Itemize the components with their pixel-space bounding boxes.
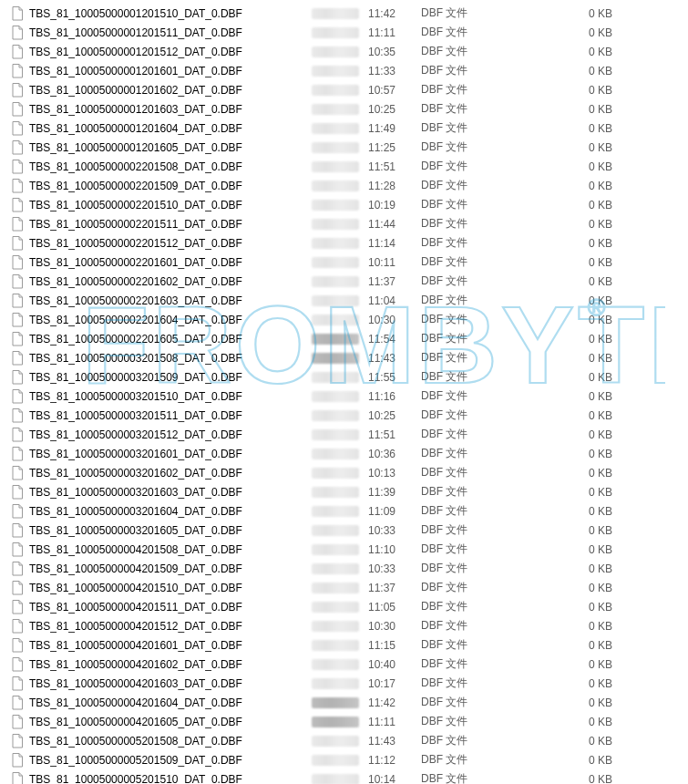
file-size: 0 KB [539, 65, 612, 77]
file-row[interactable]: TBS_81_10005000003201604_DAT_0.DBF11:09D… [0, 501, 688, 521]
file-row[interactable]: TBS_81_10005000003201605_DAT_0.DBF10:33D… [0, 521, 688, 540]
file-name: TBS_81_10005000004201604_DAT_0.DBF [29, 696, 312, 709]
file-size: 0 KB [539, 754, 612, 767]
file-row[interactable]: TBS_81_10005000001201512_DAT_0.DBF10:35D… [0, 42, 688, 61]
blur-placeholder [312, 755, 359, 766]
file-row[interactable]: TBS_81_10005000001201511_DAT_0.DBF11:11D… [0, 23, 688, 42]
file-row[interactable]: TBS_81_10005000002201604_DAT_0.DBF10:30D… [0, 310, 688, 329]
file-size: 0 KB [539, 352, 612, 365]
file-icon [11, 600, 24, 614]
file-row[interactable]: TBS_81_10005000003201601_DAT_0.DBF10:36D… [0, 444, 688, 463]
file-name: TBS_81_10005000004201508_DAT_0.DBF [29, 543, 312, 556]
file-name: TBS_81_10005000003201604_DAT_0.DBF [29, 505, 312, 518]
blur-placeholder [312, 353, 359, 364]
file-row[interactable]: TBS_81_10005000004201604_DAT_0.DBF11:42D… [0, 693, 688, 712]
blur-placeholder [312, 602, 359, 613]
file-row[interactable]: TBS_81_10005000003201511_DAT_0.DBF10:25D… [0, 406, 688, 425]
file-time: 11:43 [368, 735, 421, 748]
file-size: 0 KB [539, 26, 612, 39]
file-row[interactable]: TBS_81_10005000002201605_DAT_0.DBF11:54D… [0, 329, 688, 348]
file-size: 0 KB [539, 103, 612, 116]
file-icon [11, 447, 24, 461]
file-row[interactable]: TBS_81_10005000003201602_DAT_0.DBF10:13D… [0, 463, 688, 482]
file-row[interactable]: TBS_81_10005000004201605_DAT_0.DBF11:11D… [0, 712, 688, 731]
file-icon [11, 121, 24, 136]
file-time: 11:37 [368, 275, 421, 288]
file-row[interactable]: TBS_81_10005000001201605_DAT_0.DBF11:25D… [0, 138, 688, 157]
file-row[interactable]: TBS_81_10005000002201512_DAT_0.DBF11:14D… [0, 233, 688, 253]
file-time: 10:13 [368, 467, 421, 480]
file-icon [11, 6, 24, 21]
file-row[interactable]: TBS_81_10005000002201509_DAT_0.DBF11:28D… [0, 176, 688, 195]
file-time: 11:14 [368, 237, 421, 250]
file-row[interactable]: TBS_81_10005000003201508_DAT_0.DBF11:43D… [0, 348, 688, 367]
file-type: DBF 文件 [421, 388, 539, 404]
file-row[interactable]: TBS_81_10005000001201603_DAT_0.DBF10:25D… [0, 99, 688, 119]
file-size: 0 KB [539, 141, 612, 154]
file-date-blurred [312, 140, 368, 155]
file-row[interactable]: TBS_81_10005000002201510_DAT_0.DBF10:19D… [0, 195, 688, 214]
file-icon [11, 657, 24, 672]
file-row[interactable]: TBS_81_10005000001201601_DAT_0.DBF11:33D… [0, 61, 688, 80]
file-row[interactable]: TBS_81_10005000004201601_DAT_0.DBF11:15D… [0, 635, 688, 655]
file-row[interactable]: TBS_81_10005000003201512_DAT_0.DBF11:51D… [0, 425, 688, 444]
file-row[interactable]: TBS_81_10005000001201602_DAT_0.DBF10:57D… [0, 80, 688, 99]
file-time: 10:33 [368, 562, 421, 575]
blur-placeholder [312, 200, 359, 211]
file-row[interactable]: TBS_81_10005000004201510_DAT_0.DBF11:37D… [0, 578, 688, 597]
file-date-blurred [312, 389, 368, 404]
file-icon [11, 140, 24, 155]
file-row[interactable]: TBS_81_10005000002201603_DAT_0.DBF11:04D… [0, 291, 688, 310]
file-row[interactable]: TBS_81_10005000003201603_DAT_0.DBF11:39D… [0, 482, 688, 501]
file-time: 10:35 [368, 46, 421, 58]
file-type: DBF 文件 [421, 312, 539, 327]
file-icon [11, 542, 24, 557]
file-time: 11:39 [368, 486, 421, 499]
file-icon [11, 562, 24, 576]
blur-placeholder [312, 659, 359, 670]
file-date-blurred [312, 734, 368, 748]
file-name: TBS_81_10005000003201605_DAT_0.DBF [29, 524, 312, 537]
file-icon [11, 26, 24, 40]
file-row[interactable]: TBS_81_10005000005201509_DAT_0.DBF11:12D… [0, 750, 688, 769]
file-row[interactable]: TBS_81_10005000004201511_DAT_0.DBF11:05D… [0, 597, 688, 616]
file-row[interactable]: TBS_81_10005000005201508_DAT_0.DBF11:43D… [0, 731, 688, 750]
file-row[interactable]: TBS_81_10005000001201510_DAT_0.DBF11:42D… [0, 4, 688, 23]
file-size: 0 KB [539, 275, 612, 288]
file-row[interactable]: TBS_81_10005000003201510_DAT_0.DBF11:16D… [0, 387, 688, 406]
file-row[interactable]: TBS_81_10005000002201511_DAT_0.DBF11:44D… [0, 214, 688, 233]
file-type: DBF 文件 [421, 216, 539, 232]
file-time: 11:42 [368, 696, 421, 709]
file-size: 0 KB [539, 582, 612, 594]
blur-placeholder [312, 315, 359, 325]
file-row[interactable]: TBS_81_10005000002201602_DAT_0.DBF11:37D… [0, 272, 688, 291]
file-name: TBS_81_10005000003201508_DAT_0.DBF [29, 352, 312, 365]
file-list[interactable]: TBS_81_10005000001201510_DAT_0.DBF11:42D… [0, 0, 688, 784]
file-row[interactable]: TBS_81_10005000001201604_DAT_0.DBF11:49D… [0, 119, 688, 138]
file-row[interactable]: TBS_81_10005000005201510_DAT_0.DBF10:14D… [0, 769, 688, 784]
file-row[interactable]: TBS_81_10005000004201512_DAT_0.DBF10:30D… [0, 616, 688, 635]
file-row[interactable]: TBS_81_10005000002201601_DAT_0.DBF10:11D… [0, 253, 688, 272]
file-type: DBF 文件 [421, 637, 539, 653]
file-size: 0 KB [539, 696, 612, 709]
file-name: TBS_81_10005000002201508_DAT_0.DBF [29, 160, 312, 173]
blur-placeholder [312, 27, 359, 38]
file-row[interactable]: TBS_81_10005000003201509_DAT_0.DBF11:55D… [0, 367, 688, 387]
file-date-blurred [312, 408, 368, 423]
file-type: DBF 文件 [421, 159, 539, 174]
file-size: 0 KB [539, 735, 612, 748]
file-row[interactable]: TBS_81_10005000004201508_DAT_0.DBF11:10D… [0, 540, 688, 559]
file-name: TBS_81_10005000004201601_DAT_0.DBF [29, 639, 312, 652]
file-type: DBF 文件 [421, 235, 539, 251]
file-row[interactable]: TBS_81_10005000004201602_DAT_0.DBF10:40D… [0, 655, 688, 674]
blur-placeholder [312, 468, 359, 479]
file-type: DBF 文件 [421, 503, 539, 519]
file-row[interactable]: TBS_81_10005000004201603_DAT_0.DBF10:17D… [0, 674, 688, 693]
file-name: TBS_81_10005000004201509_DAT_0.DBF [29, 562, 312, 575]
file-row[interactable]: TBS_81_10005000002201508_DAT_0.DBF11:51D… [0, 157, 688, 176]
file-row[interactable]: TBS_81_10005000004201509_DAT_0.DBF10:33D… [0, 559, 688, 578]
blur-placeholder [312, 66, 359, 77]
file-name: TBS_81_10005000001201603_DAT_0.DBF [29, 103, 312, 116]
blur-placeholder [312, 295, 359, 306]
file-icon [11, 504, 24, 519]
